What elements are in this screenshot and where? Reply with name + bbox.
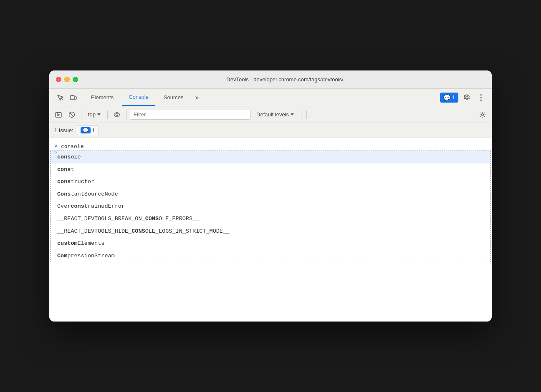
autocomplete-item-react-devtools-break[interactable]: __REACT_DEVTOOLS_BREAK_ON_CONSOLE_ERRORS… (51, 213, 490, 225)
svg-rect-2 (75, 97, 76, 99)
autocomplete-item-overconstrained-error[interactable]: OverconstrainedError (51, 200, 490, 213)
tab-console[interactable]: Console (122, 89, 155, 106)
settings-button[interactable] (461, 92, 473, 103)
separator-3 (126, 111, 126, 119)
traffic-lights (56, 77, 78, 82)
svg-point-8 (482, 113, 484, 116)
tab-sources[interactable]: Sources (157, 89, 190, 106)
more-tabs-button[interactable]: » (192, 94, 202, 101)
autocomplete-item-constant-source-node[interactable]: ConstantSourceNode (51, 188, 490, 201)
issues-badge[interactable]: 💬 1 (440, 93, 458, 103)
filter-input[interactable] (130, 110, 251, 120)
issues-chip-icon: 💬 (81, 127, 91, 133)
autocomplete-item-compression-stream[interactable]: CompressionStream (51, 250, 490, 262)
clear-console-button[interactable] (53, 109, 64, 121)
context-dropdown[interactable]: top (85, 110, 104, 119)
svg-rect-1 (71, 95, 74, 100)
issues-icon: 💬 (443, 94, 450, 101)
default-levels-dropdown[interactable]: Default levels (253, 110, 298, 119)
issues-bar: 1 Issue: 💬 1 (49, 123, 492, 138)
autocomplete-item-const[interactable]: const (51, 163, 490, 176)
separator-5 (306, 111, 307, 119)
block-icon[interactable] (66, 109, 78, 121)
eye-icon[interactable] (111, 109, 123, 121)
autocomplete-item-constructor[interactable]: constructor (51, 176, 490, 188)
console-input-line[interactable]: > console (49, 141, 492, 151)
devtools-window: DevTools - developer.chrome.com/tags/dev… (49, 70, 492, 322)
issues-label: 1 Issue: (54, 127, 73, 133)
issues-chip-count: 1 (92, 127, 95, 133)
tab-icons (54, 92, 79, 103)
autocomplete-item-console[interactable]: console (51, 151, 490, 163)
svg-line-0 (61, 98, 63, 100)
inspect-icon[interactable] (54, 92, 66, 103)
console-toolbar: top Default levels (49, 106, 492, 123)
issues-chip[interactable]: 💬 1 (77, 126, 99, 135)
svg-line-6 (70, 112, 74, 116)
autocomplete-item-react-devtools-hide[interactable]: __REACT_DEVTOOLS_HIDE_CONSOLE_LOGS_IN_ST… (51, 225, 490, 238)
tabs: Elements Console Sources » (84, 89, 440, 106)
autocomplete-item-custom-elements[interactable]: customElements (51, 237, 490, 250)
console-back-line: < (49, 147, 66, 156)
separator-4 (301, 111, 301, 119)
svg-marker-4 (55, 112, 62, 113)
maximize-button[interactable] (73, 77, 78, 82)
close-button[interactable] (56, 77, 61, 82)
separator-2 (107, 111, 108, 119)
autocomplete-dropdown: console const constructor ConstantSource… (50, 151, 491, 262)
device-icon[interactable] (68, 92, 79, 103)
back-prompt: < (54, 149, 58, 155)
svg-rect-3 (56, 113, 61, 117)
window-title: DevTools - developer.chrome.com/tags/dev… (85, 76, 485, 83)
minimize-button[interactable] (64, 77, 70, 82)
more-options-button[interactable]: ⋮ (475, 92, 487, 103)
console-content: > console console const constructor Cons… (49, 138, 492, 322)
tab-right-controls: 💬 1 ⋮ (440, 92, 487, 103)
tab-elements[interactable]: Elements (84, 89, 120, 106)
tab-bar: Elements Console Sources » 💬 1 (49, 89, 492, 106)
separator (81, 111, 81, 119)
svg-point-7 (116, 113, 118, 116)
console-settings-button[interactable] (477, 109, 488, 121)
title-bar: DevTools - developer.chrome.com/tags/dev… (49, 70, 492, 89)
